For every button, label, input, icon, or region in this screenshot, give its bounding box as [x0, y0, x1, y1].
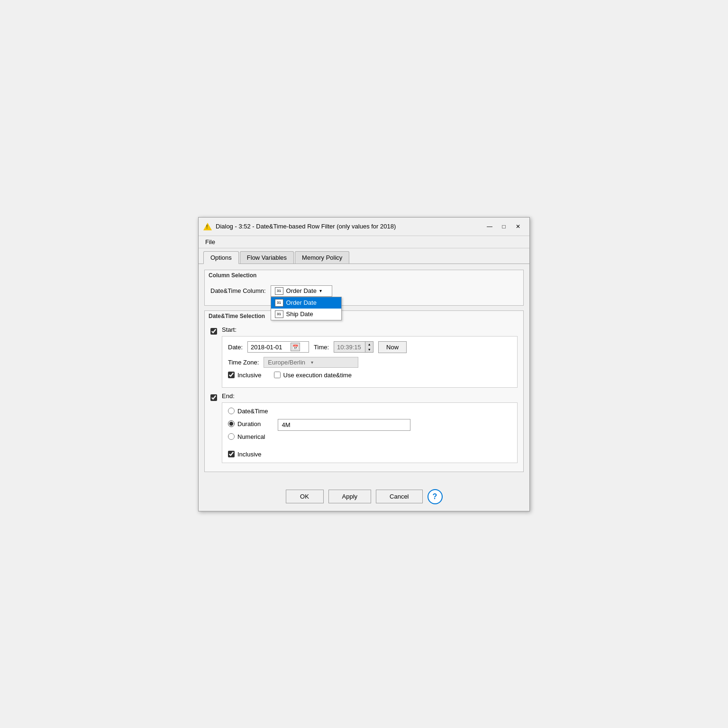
end-label: End:	[222, 392, 235, 400]
duration-input-container	[278, 408, 410, 431]
end-inner: Date&Time Duration Numerical	[222, 402, 518, 463]
ok-button[interactable]: OK	[286, 490, 324, 503]
titlebar-controls: — □ ✕	[483, 221, 525, 232]
now-button[interactable]: Now	[378, 341, 407, 353]
file-menu[interactable]: File	[202, 237, 218, 246]
tab-options[interactable]: Options	[203, 251, 239, 264]
end-inclusive-checkbox-row: Inclusive	[228, 451, 511, 458]
date-field[interactable]: 📅	[247, 341, 309, 353]
start-date-time-row: Date: 📅 Time: ▲ ▼	[228, 341, 511, 353]
use-execution-row: Use execution date&time	[274, 372, 352, 379]
radio-duration-row: Duration	[228, 420, 268, 428]
help-button[interactable]: ?	[428, 489, 443, 504]
column-selection-section: Column Selection Date&Time Column: 31 Or…	[204, 270, 524, 306]
time-label: Time:	[314, 344, 329, 351]
titlebar: Dialog - 3:52 - Date&Time-based Row Filt…	[199, 218, 529, 236]
column-selection-title: Column Selection	[205, 270, 523, 281]
maximize-button[interactable]: □	[497, 221, 510, 232]
time-spinner: ▲ ▼	[365, 342, 373, 352]
timezone-label: Time Zone:	[228, 359, 259, 366]
datetime-selection-body: Start: Date: 📅 Time:	[205, 321, 523, 472]
start-row: Start: Date: 📅 Time:	[210, 326, 518, 388]
tab-flow-variables[interactable]: Flow Variables	[240, 251, 294, 264]
time-down-button[interactable]: ▼	[365, 347, 373, 352]
start-inner: Date: 📅 Time: ▲ ▼	[222, 336, 518, 388]
duration-input[interactable]	[278, 419, 410, 431]
start-inclusive-checkbox[interactable]	[228, 372, 235, 378]
use-execution-checkbox[interactable]	[274, 372, 281, 378]
column-selection-body: Date&Time Column: 31 Order Date ▾ 31 Ord…	[205, 281, 523, 305]
end-row: End: Date&Time D	[210, 392, 518, 463]
start-options-row: Inclusive Use execution date&time	[228, 372, 511, 379]
use-execution-label: Use execution date&time	[283, 372, 352, 379]
tab-bar: Options Flow Variables Memory Policy	[199, 248, 529, 264]
titlebar-left: Dialog - 3:52 - Date&Time-based Row Filt…	[203, 222, 396, 231]
timezone-chevron-icon: ▾	[311, 360, 354, 365]
chevron-down-icon: ▾	[319, 288, 322, 293]
timezone-row: Time Zone: Europe/Berlin ▾	[228, 357, 511, 368]
tab-content: Column Selection Date&Time Column: 31 Or…	[199, 264, 529, 482]
time-field[interactable]: ▲ ▼	[334, 341, 373, 353]
radio-numerical[interactable]	[228, 433, 235, 440]
start-content: Start: Date: 📅 Time:	[222, 326, 518, 388]
column-selection-row: Date&Time Column: 31 Order Date ▾ 31 Ord…	[210, 285, 518, 297]
close-button[interactable]: ✕	[511, 221, 525, 232]
main-window: Dialog - 3:52 - Date&Time-based Row Filt…	[198, 217, 530, 511]
calendar-icon-dropdown: 31	[275, 287, 283, 295]
dropdown-trigger[interactable]: 31 Order Date ▾	[271, 285, 332, 297]
end-radio-group: Date&Time Duration Numerical	[228, 408, 268, 443]
radio-datetime[interactable]	[228, 408, 235, 414]
datetime-selection-section: Date&Time Selection Start: Date: 📅	[204, 310, 524, 472]
dropdown-option-ship-date[interactable]: 31 Ship Date	[271, 309, 341, 320]
end-checkbox[interactable]	[210, 394, 217, 401]
date-label: Date:	[228, 344, 243, 351]
tab-memory-policy[interactable]: Memory Policy	[295, 251, 349, 264]
cancel-button[interactable]: Cancel	[376, 490, 422, 503]
datetime-column-label: Date&Time Column:	[210, 287, 266, 294]
start-checkbox[interactable]	[210, 328, 217, 335]
date-input[interactable]	[251, 344, 289, 351]
calendar-icon-option1: 31	[275, 299, 283, 307]
calendar-icon-option2: 31	[275, 310, 283, 318]
dropdown-menu: 31 Order Date 31 Ship Date	[271, 297, 342, 320]
end-content: End: Date&Time D	[222, 392, 518, 463]
minimize-button[interactable]: —	[483, 221, 496, 232]
datetime-column-dropdown[interactable]: 31 Order Date ▾ 31 Order Date 31 Ship	[271, 285, 332, 297]
end-inclusive-row: Inclusive	[228, 451, 511, 458]
end-inclusive-label: Inclusive	[237, 451, 262, 458]
timezone-select: Europe/Berlin ▾	[264, 357, 358, 368]
inclusive-row: Inclusive	[228, 372, 262, 379]
time-up-button[interactable]: ▲	[365, 342, 373, 347]
timezone-value: Europe/Berlin	[268, 359, 311, 366]
radio-duration-label: Duration	[237, 420, 261, 428]
radio-numerical-label: Numerical	[237, 433, 265, 440]
apply-button[interactable]: Apply	[328, 490, 372, 503]
menubar: File	[199, 236, 529, 248]
start-inclusive-label: Inclusive	[237, 372, 262, 379]
window-title: Dialog - 3:52 - Date&Time-based Row Filt…	[216, 223, 396, 230]
radio-numerical-row: Numerical	[228, 433, 268, 440]
datetime-selection-title: Date&Time Selection	[205, 311, 523, 321]
warning-icon	[203, 222, 212, 231]
time-input[interactable]	[334, 343, 365, 352]
dropdown-selected-label: Order Date	[286, 287, 317, 294]
button-bar: OK Apply Cancel ?	[199, 482, 529, 511]
radio-duration[interactable]	[228, 420, 235, 427]
end-inclusive-checkbox[interactable]	[228, 451, 235, 457]
end-options: Date&Time Duration Numerical	[228, 408, 511, 443]
calendar-button[interactable]: 📅	[291, 343, 300, 351]
dropdown-option-order-date[interactable]: 31 Order Date	[271, 297, 341, 309]
radio-datetime-label: Date&Time	[237, 408, 268, 415]
radio-datetime-row: Date&Time	[228, 408, 268, 415]
start-label: Start:	[222, 326, 237, 333]
